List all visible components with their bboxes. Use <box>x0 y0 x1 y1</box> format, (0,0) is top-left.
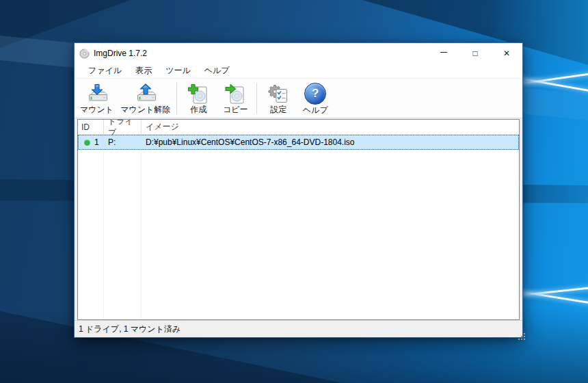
help-button[interactable]: ? ヘルプ <box>297 81 334 116</box>
menu-file[interactable]: ファイル <box>81 64 129 78</box>
row-drive: P: <box>108 137 116 147</box>
wallpaper-light-ray <box>515 72 588 85</box>
mounted-images-list: ID ドライブ イメージ 1 P: D:¥pub¥Linux¥CentOS¥Ce… <box>77 119 520 320</box>
close-button[interactable]: ✕ <box>491 43 522 64</box>
menu-view[interactable]: 表示 <box>129 64 159 78</box>
list-header: ID ドライブ イメージ <box>78 120 519 135</box>
maximize-button[interactable]: □ <box>459 43 491 64</box>
imgdrive-window: ImgDrive 1.7.2 ─ □ ✕ ファイル 表示 ツール ヘルプ <box>74 42 523 338</box>
unmount-button-label: マウント解除 <box>120 105 170 114</box>
row-drive-cell: P: <box>104 137 142 147</box>
row-image-path: D:¥pub¥Linux¥CentOS¥CentOS-7-x86_64-DVD-… <box>146 137 355 147</box>
maximize-icon: □ <box>472 49 477 58</box>
row-image-cell: D:¥pub¥Linux¥CentOS¥CentOS-7-x86_64-DVD-… <box>142 137 518 147</box>
title-bar[interactable]: ImgDrive 1.7.2 ─ □ ✕ <box>75 43 522 64</box>
desktop-wallpaper: ImgDrive 1.7.2 ─ □ ✕ ファイル 表示 ツール ヘルプ <box>0 0 588 383</box>
unmount-button[interactable]: マウント解除 <box>117 81 174 116</box>
copy-button[interactable]: コピー <box>217 81 254 116</box>
status-bar: 1 ドライブ, 1 マウント済み <box>75 320 522 337</box>
column-header-id[interactable]: ID <box>78 120 104 134</box>
minimize-icon: ─ <box>440 47 447 57</box>
settings-button-label: 設定 <box>270 105 286 114</box>
window-title: ImgDrive 1.7.2 <box>94 49 147 58</box>
resize-grip-icon[interactable] <box>518 333 520 334</box>
wallpaper-light-ray <box>516 77 588 92</box>
question-sphere-icon: ? <box>304 83 326 105</box>
column-header-drive[interactable]: ドライブ <box>104 120 142 134</box>
copy-button-label: コピー <box>223 105 248 114</box>
settings-button[interactable]: 設定 <box>260 81 297 116</box>
list-body[interactable]: 1 P: D:¥pub¥Linux¥CentOS¥CentOS-7-x86_64… <box>78 135 519 319</box>
help-button-label: ヘルプ <box>303 106 328 115</box>
column-header-image[interactable]: イメージ <box>142 120 519 134</box>
create-button[interactable]: 作成 <box>180 81 217 116</box>
create-button-label: 作成 <box>190 105 206 114</box>
caption-buttons: ─ □ ✕ <box>428 43 522 64</box>
menu-help[interactable]: ヘルプ <box>198 64 237 78</box>
mount-button-label: マウント <box>80 105 113 114</box>
minimize-button[interactable]: ─ <box>428 43 459 64</box>
mounted-status-icon <box>84 140 90 146</box>
wallpaper-light-ray <box>515 290 588 304</box>
menu-tools[interactable]: ツール <box>159 64 198 78</box>
toolbar-separator <box>256 83 257 114</box>
mount-button[interactable]: マウント <box>77 81 117 116</box>
wallpaper-light-ray <box>515 287 588 297</box>
table-row[interactable]: 1 P: D:¥pub¥Linux¥CentOS¥CentOS-7-x86_64… <box>78 135 519 150</box>
row-id-cell: 1 <box>79 137 104 147</box>
menu-bar: ファイル 表示 ツール ヘルプ <box>75 64 522 79</box>
status-text: 1 ドライブ, 1 マウント済み <box>79 323 181 335</box>
question-glyph: ? <box>312 88 319 99</box>
drive-arrow-down-icon <box>86 83 108 105</box>
gear-checklist-icon <box>267 83 289 105</box>
disc-arrow-right-icon <box>224 83 246 105</box>
toolbar-separator <box>176 83 177 114</box>
toolbar: マウント マウント解除 <box>75 79 522 118</box>
disc-plus-icon <box>187 83 209 105</box>
drive-arrow-up-icon <box>135 83 157 105</box>
app-disc-icon <box>79 49 90 59</box>
close-icon: ✕ <box>503 49 510 58</box>
row-id: 1 <box>94 137 99 147</box>
